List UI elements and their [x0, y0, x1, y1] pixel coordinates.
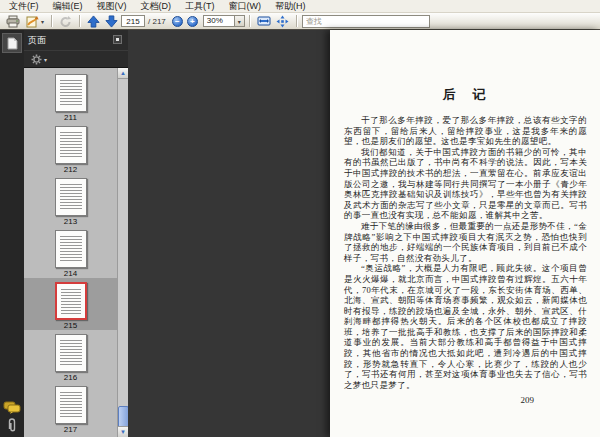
thumbnail-page-number: 217 [64, 426, 77, 434]
thumbnail-page-number: 216 [64, 374, 77, 382]
page-down-icon [105, 15, 118, 28]
page-thumbnail[interactable] [55, 386, 87, 424]
body-paragraph: 我们都知道，关于中国式摔跤方面的书籍少的可怜，其中有的书虽然已出版了，书中尚有不… [344, 147, 587, 221]
toolbar-separator [296, 15, 298, 27]
page-icon [7, 37, 18, 50]
fit-page-button[interactable] [274, 14, 291, 29]
zoom-dropdown-button[interactable]: ▾ [235, 15, 245, 27]
thumbnail-row[interactable]: 212 [24, 122, 117, 174]
menu-item-5[interactable]: 窗口(W) [222, 0, 269, 13]
toolbar: ▾ / 217 − + 30% ▾ [0, 13, 600, 29]
document-page[interactable]: 后 记 干了那么多年摔跤，爱了那么多年摔跤，总该有些文字的东西留下，留给后来人，… [330, 30, 600, 437]
thumbnail-rows: 211212213214215216217 [24, 70, 117, 434]
thumbnail-page-number: 214 [64, 270, 77, 278]
menu-item-4[interactable]: 工具(T) [178, 0, 222, 13]
zoom-in-button[interactable]: + [187, 16, 198, 27]
panel-menu-glyph [116, 38, 119, 41]
attachments-panel-tab[interactable] [6, 417, 18, 434]
body-paragraph: 难于下笔的缘由很多，但最重要的一点还是形势不佳，“金牌战略”影响之下中国式摔跤项… [344, 221, 587, 263]
thumbnail-row[interactable]: 217 [24, 382, 117, 434]
body-paragraph: “奥运战略”，大概是人力有限吧，顾此失彼。这个项目曾是火火爆爆，就北京而言，中国… [344, 263, 587, 390]
panel-options-button[interactable]: ▾ [31, 54, 47, 65]
thumbnail-page-number: 215 [64, 322, 77, 330]
thumbnail-content [60, 184, 82, 211]
page-total-label: / 217 [148, 17, 166, 26]
panel-options-bar: ▾ [24, 50, 128, 68]
page-thumbnail[interactable] [55, 334, 87, 372]
scroll-down-icon: ▼ [120, 429, 126, 435]
fit-width-icon [257, 15, 271, 27]
export-button[interactable]: ▾ [23, 14, 46, 29]
thumbnail-content [60, 80, 82, 107]
thumbnail-content [60, 340, 82, 367]
thumbnail-page-number: 211 [64, 114, 77, 122]
menu-item-0[interactable]: 文件(F) [2, 0, 46, 13]
page-thumbnail[interactable] [55, 282, 87, 320]
zoom-in-icon: + [190, 17, 195, 26]
printed-page-number: 209 [330, 395, 600, 405]
menu-item-2[interactable]: 视图(V) [90, 0, 134, 13]
panel-menu-button[interactable] [113, 35, 122, 44]
zoom-level-value[interactable]: 30% [203, 15, 235, 27]
toolbar-separator [249, 15, 251, 27]
thumbnail-page-number: 213 [64, 218, 77, 226]
gear-icon [31, 54, 42, 65]
export-icon [25, 15, 39, 28]
panel-header: 页面 [24, 30, 128, 50]
thumbnail-content [61, 289, 81, 314]
thumbnail-row[interactable]: 215 [24, 278, 117, 330]
body-paragraph: 干了那么多年摔跤，爱了那么多年摔跤，总该有些文字的东西留下，留给后来人，留给摔跤… [344, 115, 587, 147]
comments-icon [3, 401, 21, 414]
page-body: 干了那么多年摔跤，爱了那么多年摔跤，总该有些文字的东西留下，留给后来人，留给摔跤… [344, 115, 587, 390]
menu-item-1[interactable]: 编辑(E) [46, 0, 90, 13]
page-thumbnail[interactable] [55, 126, 87, 164]
thumbnail-panel: 211212213214215216217 ▲ ▼ [24, 68, 128, 437]
panel-title: 页面 [28, 34, 46, 47]
navigation-rail [0, 30, 24, 437]
thumbnail-scrollbar[interactable]: ▲ ▼ [117, 68, 128, 437]
page-title: 后 记 [330, 86, 600, 104]
scroll-down-button[interactable]: ▼ [118, 426, 128, 437]
previous-page-button[interactable] [85, 14, 102, 29]
page-up-icon [87, 15, 100, 28]
page-thumbnail[interactable] [55, 74, 87, 112]
thumbnail-row[interactable]: 213 [24, 174, 117, 226]
menu-item-6[interactable]: 帮助(H) [268, 0, 313, 13]
search-input[interactable] [302, 15, 430, 28]
fit-page-icon [276, 15, 289, 28]
undo-icon [59, 15, 72, 28]
pages-panel-tab[interactable] [2, 33, 22, 53]
export-caret-icon[interactable]: ▾ [41, 18, 44, 25]
zoom-out-icon: − [175, 17, 180, 26]
thumbnail-row[interactable]: 214 [24, 226, 117, 278]
thumbnail-content [60, 392, 82, 419]
caret-down-icon: ▾ [44, 56, 47, 63]
zoom-out-button[interactable]: − [172, 16, 183, 27]
comments-panel-tab[interactable] [3, 401, 21, 414]
scroll-up-icon: ▲ [120, 70, 126, 76]
menu-item-3[interactable]: 文档(D) [134, 0, 179, 13]
thumbnail-content [60, 236, 82, 263]
thumbnail-content [60, 132, 82, 159]
undo-button [57, 14, 74, 29]
page-number-input[interactable] [121, 15, 145, 27]
page-thumbnail[interactable] [55, 230, 87, 268]
paperclip-icon [6, 417, 18, 434]
menu-bar: 文件(F)编辑(E)视图(V)文档(D)工具(T)窗口(W)帮助(H) [0, 0, 600, 13]
print-icon [6, 15, 20, 28]
toolbar-separator [79, 15, 81, 27]
document-view[interactable]: 后 记 干了那么多年摔跤，爱了那么多年摔跤，总该有些文字的东西留下，留给后来人，… [128, 30, 600, 437]
print-button[interactable] [4, 14, 22, 29]
next-page-button[interactable] [103, 14, 120, 29]
thumbnail-page-number: 212 [64, 166, 77, 174]
thumbnail-row[interactable]: 216 [24, 330, 117, 382]
thumbnail-row[interactable]: 211 [24, 70, 117, 122]
scroll-up-button[interactable]: ▲ [118, 68, 128, 79]
page-thumbnail[interactable] [55, 178, 87, 216]
caret-down-icon: ▾ [238, 18, 241, 25]
toolbar-separator [51, 15, 53, 27]
fit-width-button[interactable] [255, 14, 273, 29]
